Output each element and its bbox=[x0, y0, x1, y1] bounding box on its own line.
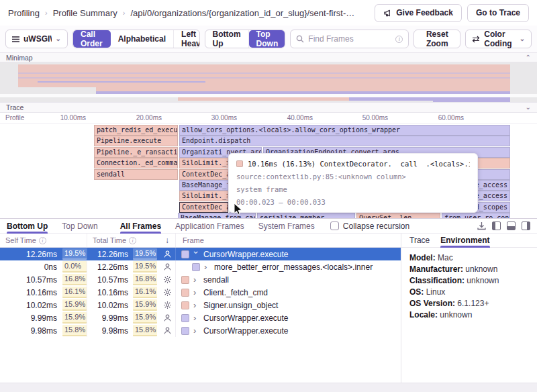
total-time-percent: 16.8% bbox=[133, 274, 157, 285]
self-time-percent: 19.5% bbox=[62, 248, 87, 260]
breadcrumb-separator-icon: › bbox=[45, 9, 48, 17]
flame-frame[interactable]: ContextDec_als>.i bbox=[179, 169, 228, 180]
swap-arrows-icon bbox=[472, 36, 480, 43]
detail-tabs: Trace Environment bbox=[401, 234, 537, 248]
tooltip-time-range: 00:00.023 — 00:00.033 bbox=[236, 198, 470, 206]
frame-name: CursorWrapper.execute bbox=[203, 313, 289, 323]
chevron-down-icon: ⌄ bbox=[520, 36, 525, 42]
breadcrumb-profiling[interactable]: Profiling bbox=[8, 8, 40, 18]
trace-header[interactable]: Trace ⌄ bbox=[0, 102, 537, 113]
self-time-percent: 15.9% bbox=[62, 299, 87, 311]
color-coding-dropdown[interactable]: Color Coding ⌄ bbox=[465, 30, 532, 48]
flame-frame[interactable]: patch_redis_ed_execute bbox=[94, 125, 178, 136]
column-total-time[interactable]: Total Time i ↓ bbox=[87, 234, 176, 247]
breadcrumb-profile-summary[interactable]: Profile Summary bbox=[53, 8, 117, 18]
flame-frame[interactable]: BaseManage_from_cache bbox=[178, 213, 256, 218]
self-time-percent: 15.9% bbox=[62, 312, 87, 324]
reset-zoom-button[interactable]: Reset Zoom bbox=[413, 30, 460, 48]
sort-left-heavy[interactable]: Left Heavy bbox=[174, 30, 200, 48]
horizontal-scrollbar-track[interactable] bbox=[0, 383, 537, 392]
self-time-value: 12.26ms bbox=[26, 250, 57, 259]
chevron-collapsed-icon[interactable]: › bbox=[193, 275, 199, 284]
tab-environment[interactable]: Environment bbox=[440, 234, 489, 247]
table-row[interactable]: 9.98ms15.8%9.98ms15.8%›CursorWrapper.exe… bbox=[0, 324, 401, 337]
table-row[interactable]: 12.26ms19.5%12.26ms19.5%›CursorWrapper.e… bbox=[0, 248, 401, 260]
total-time-value: 10.57ms bbox=[97, 275, 128, 285]
layout-bottom-icon[interactable] bbox=[507, 222, 516, 230]
profiling-flamegraph-page: Profiling › Profile Summary › /api/0/org… bbox=[0, 0, 537, 392]
chevron-collapsed-icon[interactable]: › bbox=[193, 301, 199, 309]
chevron-collapsed-icon[interactable]: › bbox=[193, 326, 199, 335]
flame-frame[interactable]: from_user_ro_context bbox=[442, 213, 510, 218]
download-icon[interactable] bbox=[477, 222, 486, 230]
layout-left-icon[interactable] bbox=[492, 222, 501, 230]
flame-frame[interactable]: ContextDec_als>.i bbox=[179, 202, 228, 213]
flame-frame[interactable]: SiloLimit._>.over bbox=[179, 158, 228, 168]
environment-list: Model: MacManufacturer: unknownClassific… bbox=[401, 248, 537, 326]
go-to-trace-button[interactable]: Go to Trace bbox=[467, 4, 529, 22]
flame-frame[interactable]: SiloLimit._>.over bbox=[179, 191, 228, 201]
flame-frame[interactable]: sendall bbox=[94, 169, 178, 180]
flame-frame[interactable]: Pipeline.execute bbox=[94, 136, 178, 146]
tab-application-frames[interactable]: Application Frames bbox=[175, 219, 244, 233]
breadcrumb-separator-icon: › bbox=[123, 9, 126, 17]
table-row[interactable]: 10.57ms16.8%10.57ms16.8%›sendall bbox=[0, 273, 401, 286]
frame-table-header: Self Time i Total Time i ↓ Frame bbox=[0, 234, 401, 248]
sort-segmented-control: Call Order Alphabetical Left Heavy bbox=[72, 30, 200, 48]
search-input[interactable] bbox=[308, 34, 391, 44]
minimap-header[interactable]: Minimap ⌃ bbox=[0, 52, 537, 62]
sort-desc-icon[interactable]: ↓ bbox=[165, 236, 169, 245]
chevron-expanded-icon[interactable]: › bbox=[192, 251, 201, 257]
self-time-percent: 0.0% bbox=[62, 261, 87, 273]
flame-frame[interactable]: BaseManage_from_c bbox=[179, 180, 228, 191]
ruler-tick-label: 20.00ms bbox=[119, 114, 162, 121]
collapse-recursion-checkbox[interactable] bbox=[330, 222, 339, 230]
total-time-value: 12.26ms bbox=[97, 250, 128, 259]
layout-right-icon[interactable] bbox=[522, 222, 530, 230]
chevron-collapsed-icon[interactable]: › bbox=[193, 313, 199, 322]
chevron-collapsed-icon[interactable]: › bbox=[193, 288, 199, 297]
chevron-up-icon[interactable]: ⌃ bbox=[526, 54, 531, 61]
flame-frame[interactable]: allow_cors_options.<locals>.allow_cors_o… bbox=[179, 125, 510, 136]
environment-entry: Model: Mac bbox=[409, 252, 529, 264]
collapse-recursion-control: Collapse recursion bbox=[330, 222, 409, 231]
flame-frame[interactable]: Connection._ed_command bbox=[94, 158, 178, 168]
tab-top-down[interactable]: Top Down bbox=[62, 219, 97, 233]
environment-entry: Locale: unknown bbox=[409, 309, 529, 321]
table-row[interactable]: 10.16ms16.1%10.16ms16.1%›Client._fetch_c… bbox=[0, 286, 401, 299]
thread-selector-dropdown[interactable]: uWSGIWor… ⌄ bbox=[5, 30, 68, 48]
total-time-value: 12.26ms bbox=[97, 262, 128, 272]
system-frame-icon bbox=[162, 275, 173, 284]
tab-system-frames[interactable]: System Frames bbox=[258, 219, 315, 233]
table-row[interactable]: 9.99ms15.9%9.99ms15.9%›CursorWrapper.exe… bbox=[0, 311, 401, 324]
sort-alphabetical[interactable]: Alphabetical bbox=[111, 30, 174, 48]
column-frame[interactable]: Frame bbox=[176, 234, 401, 247]
direction-top-down[interactable]: Top Down bbox=[249, 30, 286, 48]
self-time-percent: 16.1% bbox=[62, 287, 87, 298]
flame-frame[interactable]: Endpoint.dispatch bbox=[179, 136, 510, 146]
flame-frame[interactable]: QuerySet._len bbox=[356, 213, 440, 218]
minimap-canvas[interactable] bbox=[0, 62, 537, 102]
total-time-percent: 15.9% bbox=[133, 299, 157, 311]
direction-bottom-up[interactable]: Bottom Up bbox=[205, 30, 249, 48]
ruler-tick-label: 60.00ms bbox=[421, 114, 464, 121]
chevron-collapsed-icon[interactable]: › bbox=[204, 262, 210, 271]
tab-bottom-up[interactable]: Bottom Up bbox=[7, 219, 48, 233]
chevron-down-icon[interactable]: ⌄ bbox=[526, 104, 531, 111]
frame-name: sendall bbox=[203, 275, 229, 285]
environment-entry: Manufacturer: unknown bbox=[409, 264, 529, 275]
self-time-value: 10.57ms bbox=[26, 275, 57, 285]
environment-entry: OS Version: 6.1.123+ bbox=[409, 298, 529, 309]
flamegraph[interactable]: 10.16ms (16.13%) ContextDecorator.__call… bbox=[0, 124, 537, 218]
tab-all-frames[interactable]: All Frames bbox=[120, 219, 161, 233]
table-row[interactable]: 0ns0.0%12.26ms19.5%›more_better_error_me… bbox=[0, 260, 401, 273]
column-self-time[interactable]: Self Time i bbox=[0, 234, 87, 247]
table-row[interactable]: 10.02ms15.9%10.02ms15.9%›Signer.unsign_o… bbox=[0, 299, 401, 311]
give-feedback-button[interactable]: Give Feedback bbox=[375, 4, 462, 22]
system-frame-icon bbox=[162, 301, 173, 309]
flame-frame[interactable]: serialize_member bbox=[257, 213, 355, 218]
tab-trace[interactable]: Trace bbox=[409, 234, 430, 247]
sort-call-order[interactable]: Call Order bbox=[73, 30, 111, 48]
flame-frame[interactable]: Pipeline._e_ransaction bbox=[94, 147, 178, 158]
tooltip-title: 10.16ms (16.13%) ContextDecorator.__call… bbox=[248, 160, 470, 168]
